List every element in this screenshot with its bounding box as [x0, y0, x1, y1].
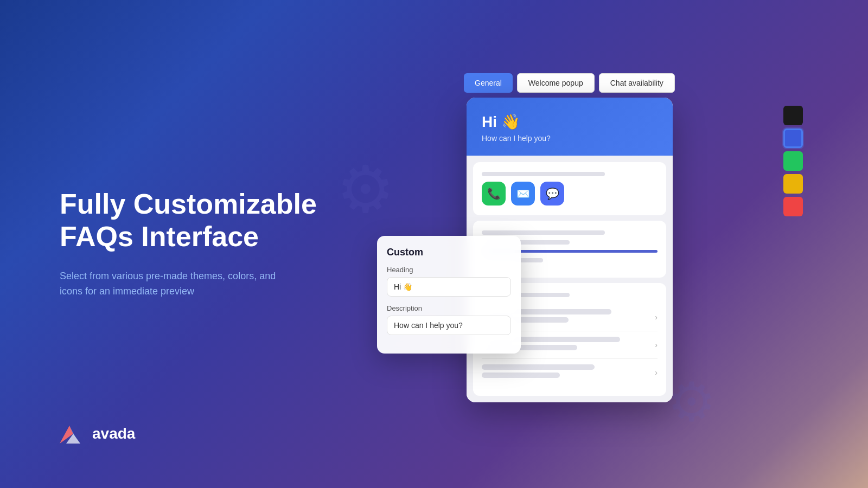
logo-area: avada [60, 423, 135, 445]
color-swatches [783, 106, 803, 216]
tab-welcome-popup[interactable]: Welcome popup [517, 73, 595, 93]
gear-decoration-right: ⚙ [667, 370, 716, 434]
preview-section-channels: 📞 ✉️ 💬 [473, 162, 666, 215]
bar-line-1 [482, 230, 605, 235]
channel-icon-messenger[interactable]: 💬 [540, 182, 564, 206]
channel-icon-email[interactable]: ✉️ [511, 182, 535, 206]
heading-input[interactable] [387, 277, 511, 297]
preview-greeting: Hi 👋 [482, 113, 658, 131]
gear-decoration-left: ⚙ [336, 152, 395, 227]
swatch-red[interactable] [783, 197, 803, 216]
chevron-icon-2: › [655, 341, 658, 349]
swatch-yellow[interactable] [783, 174, 803, 194]
tab-general[interactable]: General [464, 73, 513, 93]
tab-chat-availability[interactable]: Chat availability [599, 73, 675, 93]
preview-header: Hi 👋 How can I help you? [467, 98, 673, 156]
placeholder-line-1 [482, 172, 605, 176]
description-label: Description [387, 304, 511, 312]
list-line-3a [482, 364, 595, 370]
custom-panel-title: Custom [387, 247, 511, 258]
channel-icons-row: 📞 ✉️ 💬 [482, 182, 658, 206]
avada-logo-icon [60, 423, 87, 445]
subtitle-text: Select from various pre-made themes, col… [60, 268, 298, 300]
tabs-container: General Welcome popup Chat availability [464, 73, 675, 93]
description-input[interactable] [387, 316, 511, 335]
swatch-green[interactable] [783, 151, 803, 171]
left-content: Fully Customizable FAQs Interface Select… [60, 188, 342, 299]
list-item-3: › [482, 359, 658, 386]
swatch-blue[interactable] [783, 129, 803, 148]
list-line-3b [482, 373, 560, 378]
custom-panel: Custom Heading Description [377, 236, 521, 354]
preview-description: How can I help you? [482, 134, 658, 143]
chevron-icon-3: › [655, 368, 658, 377]
logo-text: avada [92, 425, 135, 442]
chevron-icon-1: › [655, 313, 658, 322]
heading-label: Heading [387, 266, 511, 274]
channel-icon-phone[interactable]: 📞 [482, 182, 506, 206]
swatch-black[interactable] [783, 106, 803, 125]
main-title: Fully Customizable FAQs Interface [60, 188, 342, 253]
